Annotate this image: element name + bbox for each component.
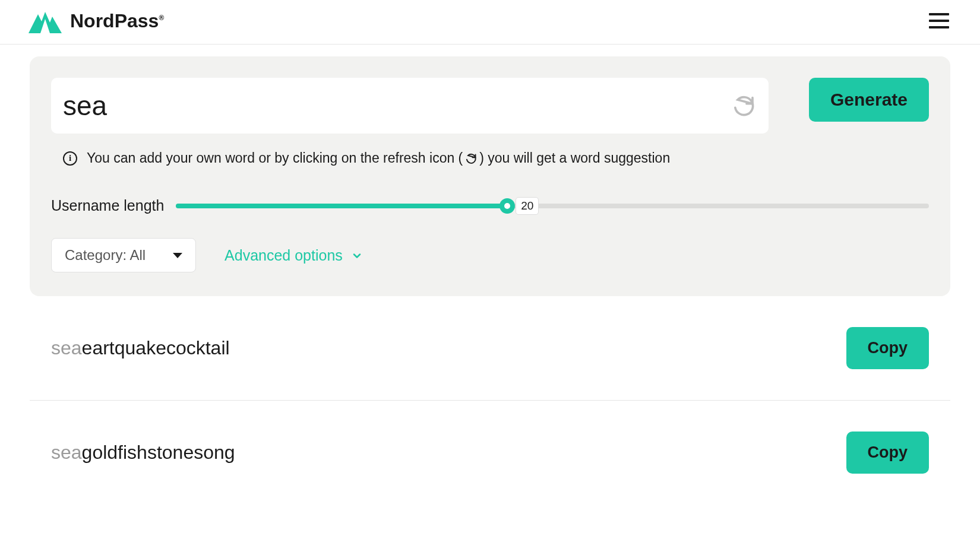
caret-down-icon [173,253,182,258]
refresh-button[interactable] [731,93,757,119]
brand-name: NordPass® [70,10,164,32]
inline-refresh-icon [465,153,477,164]
length-slider[interactable]: 20 [176,204,929,208]
slider-label: Username length [51,197,164,214]
advanced-options-label: Advanced options [225,247,343,264]
result-row: seaeartquakecocktail Copy [30,296,950,401]
slider-thumb[interactable] [500,198,515,214]
result-username: seagoldfishstonesong [51,442,235,464]
info-icon: i [63,151,77,166]
input-row: Generate [51,78,929,134]
advanced-options-toggle[interactable]: Advanced options [225,247,362,264]
length-slider-row: Username length 20 [51,197,929,214]
brand-logo[interactable]: NordPass® [29,8,164,33]
copy-button[interactable]: Copy [846,327,930,369]
seed-input-wrap [51,78,769,134]
seed-input[interactable] [63,90,731,122]
slider-value-badge: 20 [516,197,539,215]
slider-fill [176,204,507,208]
generate-button[interactable]: Generate [809,78,929,122]
hint-row: i You can add your own word or by clicki… [51,150,929,166]
controls-row: Category: All Advanced options [51,238,929,272]
result-row: seagoldfishstonesong Copy [30,401,950,505]
result-username: seaeartquakecocktail [51,337,230,359]
hamburger-menu-icon[interactable] [927,11,951,31]
app-header: NordPass® [0,0,980,45]
results-list: seaeartquakecocktail Copy seagoldfishsto… [30,296,950,505]
logo-mark-icon [29,8,62,33]
generator-panel: Generate i You can add your own word or … [30,56,950,296]
hint-text: You can add your own word or by clicking… [87,150,670,166]
copy-button[interactable]: Copy [846,432,930,474]
refresh-icon [732,94,755,118]
chevron-down-icon [351,250,362,261]
category-select[interactable]: Category: All [51,238,196,272]
category-label: Category: All [65,247,146,264]
